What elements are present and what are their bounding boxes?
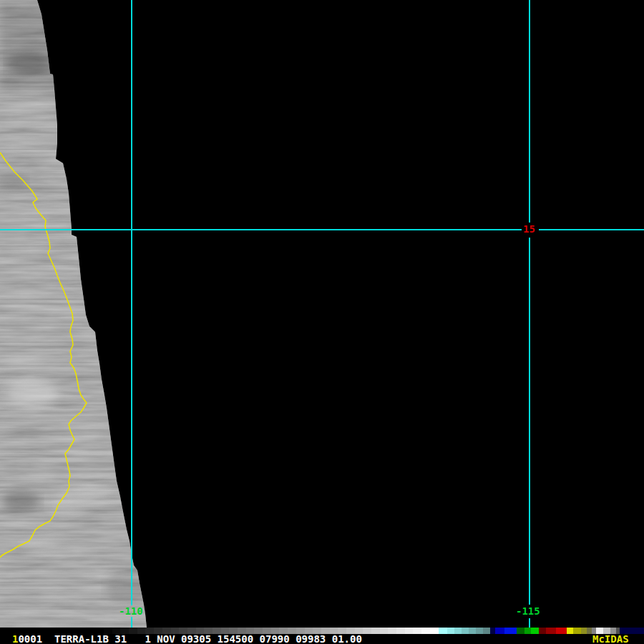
latitude-line-west — [0, 229, 522, 230]
swath-banding — [0, 0, 150, 628]
status-bar: 10001 TERRA-L1B 31 1 NOV 09305 154500 07… — [0, 634, 644, 644]
mcidas-display[interactable]: 15 -110 -115 10001 TERRA-L1B 31 1 NOV 09… — [0, 0, 644, 644]
longitude-line-110-upper — [131, 0, 132, 605]
latitude-line-east — [539, 229, 644, 230]
longitude-label-110: -110 — [119, 606, 143, 616]
longitude-line-115-middle — [529, 238, 530, 605]
satellite-image — [0, 0, 150, 628]
longitude-label-115: -115 — [516, 606, 540, 616]
image-annotation: 0001 TERRA-L1B 31 1 NOV 09305 154500 079… — [18, 633, 361, 644]
status-text: 10001 TERRA-L1B 31 1 NOV 09305 154500 07… — [12, 634, 362, 644]
longitude-line-115-upper — [529, 0, 530, 223]
latitude-label: 15 — [523, 224, 535, 234]
mcidas-brand: McIDAS — [592, 634, 629, 644]
